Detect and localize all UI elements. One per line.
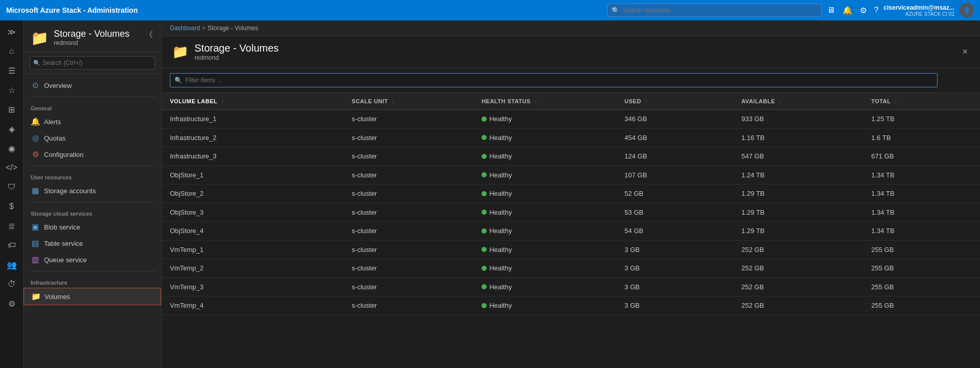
col-header-scale[interactable]: SCALE UNIT ↕ — [343, 93, 473, 110]
col-scale-label: SCALE UNIT — [352, 98, 388, 104]
health-text: Healthy — [489, 152, 512, 160]
filter-bar: 🔍 — [162, 68, 980, 93]
avatar[interactable]: 👤 — [960, 3, 974, 17]
sidebar-search-input[interactable] — [42, 59, 151, 66]
rail-monitor[interactable]: ◉ — [2, 139, 22, 157]
username: ciserviceadmin@msaz... — [884, 4, 954, 11]
sidebar-search-icon: 🔍 — [33, 60, 40, 66]
sort-icon-used: ↕ — [645, 99, 648, 104]
cell-health: Healthy — [473, 222, 616, 241]
monitor-icon[interactable]: 🖥 — [827, 6, 835, 15]
sidebar-collapse-button[interactable]: 《 — [144, 29, 154, 41]
cell-volume: VmTemp_2 — [162, 259, 343, 278]
sidebar-item-queue[interactable]: ▥ Queue service — [24, 251, 161, 268]
close-button[interactable]: × — [960, 44, 970, 59]
volumes-label: Volumes — [45, 293, 70, 301]
cell-volume: VmTemp_4 — [162, 296, 343, 315]
col-header-used[interactable]: USED ↕ — [616, 93, 733, 110]
settings-icon[interactable]: ⚙ — [860, 6, 867, 15]
col-header-health[interactable]: HEALTH STATUS ↕ — [473, 93, 616, 110]
cell-health: Healthy — [473, 147, 616, 166]
cell-health: Healthy — [473, 240, 616, 259]
breadcrumb-home[interactable]: Dashboard — [170, 25, 200, 32]
content-folder-icon: 📁 — [172, 44, 188, 60]
queue-label: Queue service — [44, 256, 87, 264]
cell-scale: s-cluster — [343, 110, 473, 129]
table-row[interactable]: Infrastructure_1 s-cluster Healthy 346 G… — [162, 110, 980, 129]
health-dot — [482, 210, 487, 215]
cell-total: 255 GB — [863, 259, 980, 278]
table-row[interactable]: ObjStore_1 s-cluster Healthy 107 GB 1.24… — [162, 166, 980, 185]
rail-grid[interactable]: ⊞ — [2, 100, 22, 119]
overview-label: Overview — [44, 82, 72, 89]
cell-available: 252 GB — [733, 278, 863, 296]
rail-settings2[interactable]: ⚙ — [2, 294, 22, 313]
sidebar-item-overview[interactable]: ⊙ Overview — [24, 77, 161, 94]
nav-divider-1 — [30, 97, 155, 97]
rail-clock[interactable]: ⏱ — [2, 275, 22, 293]
cell-used: 53 GB — [616, 203, 733, 222]
search-box[interactable]: 🔍 — [607, 4, 822, 17]
table-row[interactable]: ObjStore_2 s-cluster Healthy 52 GB 1.29 … — [162, 185, 980, 203]
cell-volume: VmTemp_3 — [162, 278, 343, 296]
table-row[interactable]: ObjStore_3 s-cluster Healthy 53 GB 1.29 … — [162, 203, 980, 222]
table-area: 🔍 VOLUME LABEL ↑ SCALE UNIT ↕ — [162, 68, 980, 368]
health-dot — [482, 303, 487, 308]
cell-used: 454 GB — [616, 128, 733, 147]
search-input[interactable] — [623, 7, 817, 14]
col-header-available[interactable]: AVAILABLE ↕ — [733, 93, 863, 110]
sort-icon-total: ↕ — [895, 99, 898, 104]
sidebar-item-storage-accounts[interactable]: ▦ Storage accounts — [24, 182, 161, 199]
filter-input-box[interactable]: 🔍 — [170, 73, 938, 87]
col-header-total[interactable]: TOTAL ↕ — [863, 93, 980, 110]
nav-divider-2 — [30, 166, 155, 166]
sidebar-item-table[interactable]: ▤ Table service — [24, 235, 161, 251]
rail-dashboard[interactable]: ☰ — [2, 61, 22, 80]
table-row[interactable]: VmTemp_1 s-cluster Healthy 3 GB 252 GB 2… — [162, 240, 980, 259]
filter-input[interactable] — [185, 77, 933, 84]
cell-available: 1.29 TB — [733, 222, 863, 241]
table-row[interactable]: Infrastructure_3 s-cluster Healthy 124 G… — [162, 147, 980, 166]
sidebar-item-volumes[interactable]: 📁 Volumes — [24, 288, 161, 305]
sidebar-item-quotas[interactable]: ◎ Quotas — [24, 130, 161, 146]
cell-total: 1.34 TB — [863, 166, 980, 185]
rail-favorite[interactable]: ☆ — [2, 81, 22, 99]
sidebar-search-box[interactable]: 🔍 — [30, 56, 155, 70]
topbar-actions: 🖥 🔔 ⚙ ? — [827, 6, 879, 15]
rail-home[interactable]: ⌂ — [2, 42, 22, 60]
sidebar-title: Storage - Volumes — [54, 29, 129, 39]
table-row[interactable]: ObjStore_4 s-cluster Healthy 54 GB 1.29 … — [162, 222, 980, 241]
rail-list[interactable]: ≣ — [2, 217, 22, 235]
sidebar-folder-icon: 📁 — [31, 30, 49, 47]
table-row[interactable]: VmTemp_2 s-cluster Healthy 3 GB 252 GB 2… — [162, 259, 980, 278]
table-row[interactable]: VmTemp_3 s-cluster Healthy 3 GB 252 GB 2… — [162, 278, 980, 296]
health-dot — [482, 172, 487, 177]
table-row[interactable]: VmTemp_4 s-cluster Healthy 3 GB 252 GB 2… — [162, 296, 980, 315]
health-text: Healthy — [489, 171, 512, 179]
user-resources-section-label: User resources — [24, 169, 161, 182]
queue-icon: ▥ — [31, 255, 40, 264]
cell-health: Healthy — [473, 166, 616, 185]
table-row[interactable]: Infrastructure_2 s-cluster Healthy 454 G… — [162, 128, 980, 147]
rail-users[interactable]: 👥 — [2, 256, 22, 274]
help-icon[interactable]: ? — [874, 6, 879, 15]
sidebar-subtitle: redmond — [54, 39, 129, 47]
sidebar-item-blob[interactable]: ▣ Blob service — [24, 219, 161, 235]
health-text: Healthy — [489, 227, 512, 235]
topbar: Microsoft Azure Stack - Administration 🔍… — [0, 0, 980, 20]
rail-tag[interactable]: 🏷 — [2, 236, 22, 255]
health-dot — [482, 154, 487, 159]
rail-expand[interactable]: ≫ — [2, 22, 22, 41]
sidebar: 📁 Storage - Volumes redmond 《 🔍 ⊙ Overvi… — [24, 20, 162, 368]
col-header-volume[interactable]: VOLUME LABEL ↑ — [162, 93, 343, 110]
bell-icon[interactable]: 🔔 — [842, 6, 853, 15]
rail-shield[interactable]: 🛡 — [2, 178, 22, 196]
rail-code[interactable]: </> — [2, 158, 22, 177]
health-dot — [482, 117, 487, 122]
rail-resources[interactable]: ◈ — [2, 120, 22, 138]
sidebar-item-configuration[interactable]: ⚙ Configuration — [24, 146, 161, 163]
sidebar-item-alerts[interactable]: 🔔 Alerts — [24, 113, 161, 130]
rail-cost[interactable]: $ — [2, 197, 22, 216]
cell-available: 252 GB — [733, 296, 863, 315]
cell-total: 1.34 TB — [863, 185, 980, 203]
